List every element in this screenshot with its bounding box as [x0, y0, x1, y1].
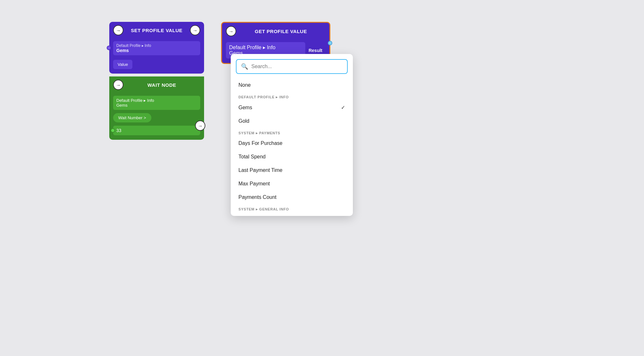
wait-profile-path-box: Default Profile ▸ Info Gems [113, 96, 200, 110]
get-profile-title: GET PROFILE VALUE [236, 29, 326, 34]
search-input[interactable] [251, 64, 343, 69]
set-profile-path-value: Gems [116, 48, 197, 53]
wait-profile-path-value: Gems [116, 103, 197, 108]
wait-body: Default Profile ▸ Info Gems Wait Number … [109, 93, 204, 140]
dropdown-item-gold[interactable]: Gold [231, 114, 353, 128]
wait-condition-button[interactable]: Wait Number > [113, 113, 151, 122]
get-profile-connector-right [328, 41, 332, 45]
wait-value-text: 33 [116, 128, 121, 133]
wait-header: → WAIT NODE [109, 76, 204, 93]
right-arrow-icon: → [193, 28, 198, 33]
dropdown-item-max-payment[interactable]: Max Payment [231, 177, 353, 191]
set-profile-path-label: Default Profile ▸ Info [116, 43, 197, 48]
dropdown-item-days-for-purchase-label: Days For Purchase [238, 140, 282, 146]
dropdown-item-gems[interactable]: Gems ✓ [231, 101, 353, 114]
get-profile-header: → GET PROFILE VALUE [222, 23, 329, 40]
set-profile-path-box: Default Profile ▸ Info Gems [113, 41, 200, 55]
left-arrow-icon: → [116, 28, 121, 33]
dropdown-item-gold-label: Gold [238, 118, 249, 124]
get-left-arrow-icon: → [229, 29, 234, 34]
dropdown-item-payments-count[interactable]: Payments Count [231, 191, 353, 204]
wait-title: WAIT NODE [123, 82, 200, 88]
canvas: → SET PROFILE VALUE → Default Profile ▸ … [0, 0, 644, 356]
dropdown-item-days-for-purchase[interactable]: Days For Purchase [231, 137, 353, 150]
search-container: 🔍 [231, 54, 353, 77]
dropdown-item-none[interactable]: None [231, 78, 353, 92]
wait-right-arrow-icon: → [198, 123, 203, 129]
dropdown-item-max-payment-label: Max Payment [238, 181, 270, 186]
dropdown-item-total-spend-label: Total Spend [238, 154, 266, 159]
check-icon: ✓ [341, 104, 345, 111]
search-box: 🔍 [236, 59, 348, 74]
wait-left-arrow[interactable]: → [113, 80, 123, 90]
dropdown-item-last-payment-time-label: Last Payment Time [238, 167, 282, 173]
section-header-system-general: SYSTEM ▸ GENERAL INFO [231, 204, 353, 213]
dropdown-list: None DEFAULT PROFILE ▸ INFO Gems ✓ Gold … [231, 77, 353, 216]
wait-profile-path-label: Default Profile ▸ Info [116, 98, 197, 103]
get-profile-path-label: Default Profile ▸ Info [229, 44, 302, 50]
get-profile-left-arrow[interactable]: → [226, 26, 236, 36]
section-header-default-profile: DEFAULT PROFILE ▸ INFO [231, 92, 353, 101]
wait-value-box: 33 → [113, 126, 200, 135]
dropdown-item-gems-label: Gems [238, 105, 252, 111]
wait-right-arrow-button[interactable]: → [195, 120, 205, 131]
wait-node: → WAIT NODE Default Profile ▸ Info Gems … [109, 76, 204, 140]
set-profile-connector-left [107, 46, 111, 50]
set-profile-title: SET PROFILE VALUE [123, 28, 190, 33]
set-profile-body: Default Profile ▸ Info Gems Value [109, 39, 204, 74]
set-profile-node: → SET PROFILE VALUE → Default Profile ▸ … [109, 22, 204, 74]
set-profile-left-arrow[interactable]: → [113, 25, 123, 35]
set-profile-header: → SET PROFILE VALUE → [109, 22, 204, 39]
dropdown-item-last-payment-time[interactable]: Last Payment Time [231, 164, 353, 177]
section-header-system-payments: SYSTEM ▸ PAYMENTS [231, 128, 353, 137]
search-icon: 🔍 [241, 63, 248, 70]
wait-connector-left [111, 128, 115, 133]
set-profile-right-arrow[interactable]: → [190, 25, 200, 35]
wait-left-arrow-icon: → [116, 82, 121, 88]
dropdown-item-payments-count-label: Payments Count [238, 194, 276, 200]
dropdown-panel: 🔍 None DEFAULT PROFILE ▸ INFO Gems ✓ Gol… [231, 54, 353, 216]
set-profile-value-button[interactable]: Value [113, 60, 132, 69]
dropdown-item-total-spend[interactable]: Total Spend [231, 150, 353, 164]
